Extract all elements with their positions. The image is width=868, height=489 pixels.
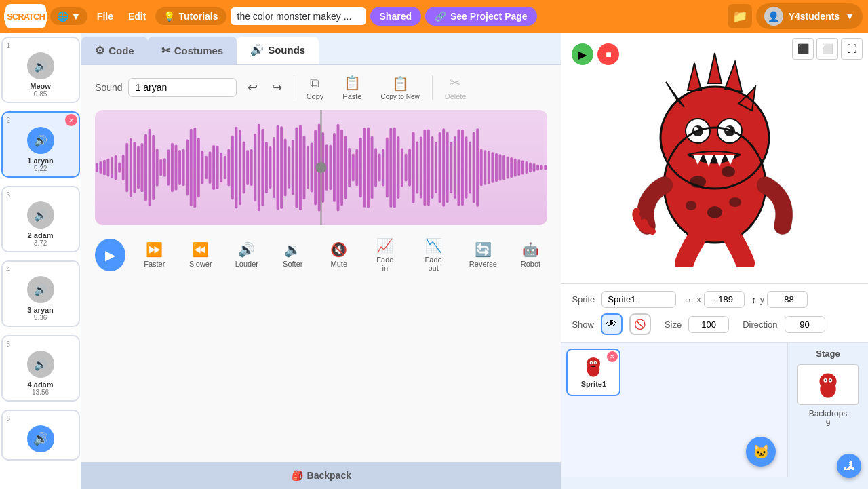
user-menu[interactable]: 👤 Y4students ▼ [756,3,863,29]
sound-name-input[interactable] [128,78,237,97]
file-menu[interactable]: File [92,7,119,25]
playback-controls: ▶ ⏩ Faster ⏪ Slower 🔊 Louder 🔉 [95,232,547,277]
paste-button[interactable]: 📋 Paste [336,72,368,103]
tab-costumes[interactable]: ✂ Costumes [148,37,237,64]
sound-item[interactable]: 1 🔊 Meow 0.85 [1,37,80,103]
sound-item-name: 1 aryan [27,157,54,165]
layout-fullscreen-button[interactable]: ⛶ [841,38,863,60]
svg-point-29 [595,362,596,364]
x-coord-group: ↔ x [683,291,745,308]
softer-icon: 🔉 [284,241,301,258]
code-icon: ⚙ [95,44,104,57]
copy-to-new-icon: 📋 [392,75,409,92]
waveform-container[interactable] [95,110,547,225]
stage-label: Stage [816,349,840,359]
sound-item-duration: 0.85 [34,90,47,98]
undo-redo-group: ↩ ↪ [242,77,288,98]
add-sprite-button[interactable]: 🐱 [746,437,776,467]
sound-field-label: Sound [95,82,122,93]
robot-button[interactable]: 🤖 Robot [513,239,547,271]
softer-button[interactable]: 🔉 Softer [276,239,310,271]
faster-icon: ⏩ [146,241,163,258]
x-coord-arrows: ↔ [683,294,692,305]
louder-icon: 🔊 [238,241,255,258]
sound-item[interactable]: 4 🔊 3 aryan 5.36 [1,260,80,327]
sound-toolbar: Sound ↩ ↪ ⧉ Copy 📋 Paste [95,72,547,103]
svg-marker-4 [725,62,742,92]
sprite-info-row: Sprite ↔ x ↕ y [572,291,857,308]
sound-item-number: 1 [7,42,11,50]
add-backdrop-icon: 🏞 [844,460,854,472]
x-label: x [696,294,701,305]
fade-out-icon: 📉 [425,237,442,254]
copy-to-new-button[interactable]: 📋 Copy to New [374,73,426,103]
copy-button[interactable]: ⧉ Copy [300,73,331,103]
show-label: Show [572,319,594,330]
see-project-button[interactable]: 🔗 See Project Page [425,7,537,26]
sound-item[interactable]: 3 🔊 2 adam 3.72 [1,186,80,252]
svg-point-32 [820,374,837,389]
add-sprite-icon: 🐱 [753,444,770,460]
fade-in-button[interactable]: 📈 Fade in [368,235,402,275]
edit-menu[interactable]: Edit [123,7,151,25]
mute-button[interactable]: 🔇 Mute [322,239,356,271]
redo-button[interactable]: ↪ [267,77,288,98]
svg-point-25 [587,357,600,370]
sprite-area: ✕ Sprite1 � [561,342,787,477]
bulb-icon: 💡 [163,11,175,22]
direction-input[interactable] [785,316,825,333]
sprite-thumbnail[interactable]: ✕ Sprite1 [566,349,620,396]
show-visible-button[interactable]: 👁 [601,313,623,335]
sound-item-duration: 5.36 [34,314,47,321]
sound-tab-icon: 🔊 [250,43,264,56]
sound-item-name: Meow [30,82,51,90]
sound-item-duration: 5.22 [34,165,47,172]
reverse-button[interactable]: 🔄 Reverse [465,239,501,271]
folder-button[interactable]: 📁 [728,4,752,28]
link-icon: 🔗 [435,11,446,22]
sound-item[interactable]: 5 🔊 4 adam 13.56 [1,335,80,402]
add-backdrop-button[interactable]: 🏞 [837,454,861,478]
sprite-delete-button[interactable]: ✕ [607,351,618,362]
stop-icon: ■ [606,49,611,60]
add-sound-item[interactable]: 6 🔊 [1,410,80,461]
size-input[interactable] [688,316,729,333]
layout-medium-button[interactable]: ⬜ [816,38,838,60]
delete-icon: ✂ [450,75,461,91]
tab-code[interactable]: ⚙ Code [81,37,148,64]
play-button[interactable]: ▶ [95,239,125,271]
svg-point-36 [829,380,831,382]
size-label: Size [665,319,682,330]
undo-button[interactable]: ↩ [242,77,264,98]
backpack-bar[interactable]: 🎒 Backpack [81,462,561,489]
fade-out-button[interactable]: 📉 Fade out [414,235,452,275]
delete-button[interactable]: ✂ Delete [438,72,473,103]
stage-layout-buttons: ⬛ ⬜ ⛶ [792,38,863,60]
toolbar-divider [294,75,294,100]
layout-small-button[interactable]: ⬛ [792,38,814,60]
language-selector[interactable]: 🌐 ▼ [50,7,87,25]
svg-point-22 [686,201,696,210]
sprite-name-input[interactable] [601,291,676,308]
x-coord-input[interactable] [704,291,745,308]
globe-chevron: ▼ [71,11,81,22]
y-coord-input[interactable] [767,291,808,308]
robot-icon: 🤖 [522,241,539,258]
stage-mini-thumbnail[interactable] [797,364,859,405]
svg-point-21 [707,206,722,218]
tutorials-button[interactable]: 💡 Tutorials [155,7,226,25]
faster-button[interactable]: ⏩ Faster [138,239,172,271]
tab-sounds[interactable]: 🔊 Sounds [237,37,319,64]
sound-delete-button[interactable]: ✕ [65,114,77,126]
slower-button[interactable]: ⏪ Slower [184,239,218,271]
shared-button[interactable]: Shared [370,7,421,26]
louder-button[interactable]: 🔊 Louder [230,239,264,271]
sound-icon: 🔊 [27,52,54,79]
project-title-input[interactable] [231,7,366,25]
scratch-logo[interactable]: SCRATCH [5,4,46,28]
stage-canvas [561,33,868,283]
show-hidden-button[interactable]: 🚫 [629,313,651,335]
sound-icon: 🔊 [27,276,54,303]
sound-item[interactable]: ✕ 2 🔊 1 aryan 5.22 [1,111,80,178]
app-root: SCRATCH 🌐 ▼ File Edit 💡 Tutorials Shared… [0,0,868,489]
